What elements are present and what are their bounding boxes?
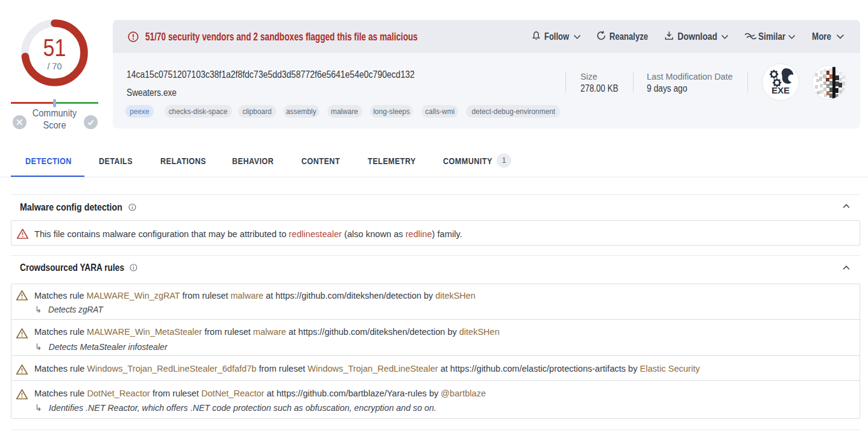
svg-text:EXE: EXE bbox=[772, 85, 790, 95]
